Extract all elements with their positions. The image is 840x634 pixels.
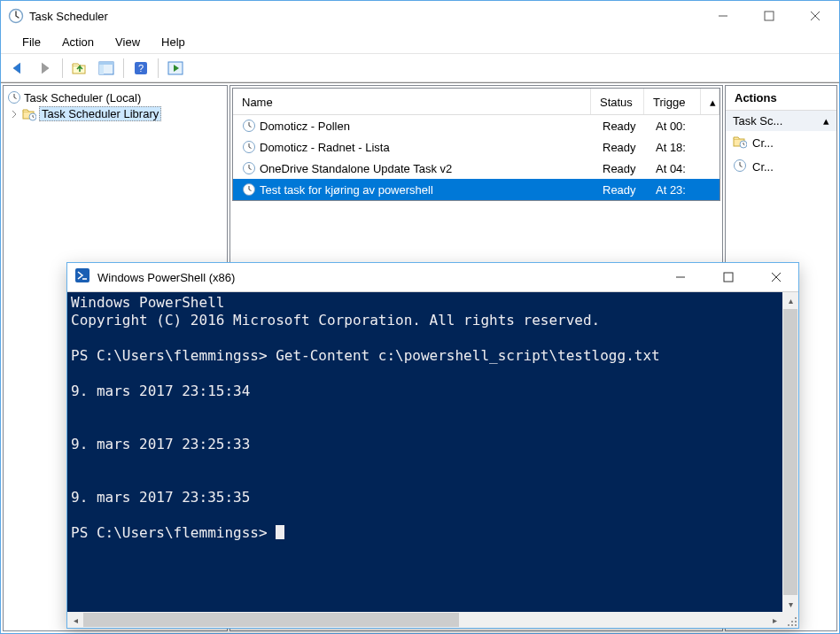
menu-file[interactable]: File xyxy=(13,34,50,50)
toolbar-separator xyxy=(123,58,124,78)
actions-group-header[interactable]: Task Sc... ▴ xyxy=(726,111,836,131)
svg-rect-24 xyxy=(788,624,789,626)
svg-rect-22 xyxy=(791,621,793,622)
task-trigger: At 18: xyxy=(647,139,719,156)
ps-maximize-button[interactable] xyxy=(708,264,749,290)
task-status: Ready xyxy=(594,139,647,156)
clock-icon xyxy=(242,182,256,197)
task-row[interactable]: Test task for kjøring av powershellReady… xyxy=(233,179,719,200)
folder-clock-icon xyxy=(22,107,36,121)
tree-root-label: Task Scheduler (Local) xyxy=(24,91,141,104)
svg-rect-21 xyxy=(795,617,797,619)
resize-grip-icon[interactable] xyxy=(782,612,798,628)
toolbar-separator xyxy=(158,58,159,78)
clock-icon xyxy=(242,119,256,133)
up-level-button[interactable] xyxy=(67,57,92,80)
help-button[interactable]: ? xyxy=(128,57,153,80)
scroll-thumb[interactable] xyxy=(783,309,797,595)
svg-rect-25 xyxy=(791,624,793,626)
action-icon xyxy=(733,158,747,175)
chevron-right-icon[interactable] xyxy=(9,109,19,120)
maximize-button[interactable] xyxy=(749,3,789,29)
action-label: Cr... xyxy=(752,160,774,174)
ps-close-button[interactable] xyxy=(756,264,797,290)
minimize-button[interactable] xyxy=(703,3,743,29)
task-row[interactable]: OneDrive Standalone Update Task v2ReadyA… xyxy=(233,158,719,179)
cursor xyxy=(276,525,284,539)
action-item[interactable]: Cr... xyxy=(726,155,836,179)
svg-rect-5 xyxy=(99,65,104,74)
col-trigger[interactable]: Trigge xyxy=(644,89,701,114)
toolbar-separator xyxy=(62,58,63,78)
collapse-icon[interactable]: ▴ xyxy=(823,114,829,128)
ps-minimize-button[interactable] xyxy=(660,264,701,290)
svg-text:?: ? xyxy=(138,63,144,73)
task-table-header: Name Status Trigge ▴ xyxy=(233,89,719,115)
svg-rect-20 xyxy=(724,273,733,282)
action-label: Cr... xyxy=(752,136,774,150)
powershell-icon xyxy=(74,267,90,287)
show-hide-tree-button[interactable] xyxy=(94,57,119,80)
clock-icon xyxy=(242,140,256,154)
svg-rect-23 xyxy=(795,621,797,622)
hscroll-thumb[interactable] xyxy=(83,613,459,627)
task-trigger: At 00: xyxy=(647,118,719,135)
ps-terminal[interactable]: Windows PowerShell Copyright (C) 2016 Mi… xyxy=(67,292,782,612)
powershell-window: Windows PowerShell (x86) Windows PowerSh… xyxy=(66,262,799,629)
task-name: OneDrive Standalone Update Task v2 xyxy=(260,162,452,175)
ps-horizontal-scrollbar[interactable]: ◂ ▸ xyxy=(67,612,798,628)
svg-rect-4 xyxy=(99,62,113,65)
close-button[interactable] xyxy=(795,3,836,29)
app-icon-clock xyxy=(8,8,24,24)
forward-button[interactable] xyxy=(33,57,58,80)
clock-icon xyxy=(7,90,21,104)
svg-rect-26 xyxy=(795,624,797,626)
action-icon xyxy=(733,135,747,151)
menu-view[interactable]: View xyxy=(106,34,149,50)
titlebar: Task Scheduler xyxy=(1,1,839,31)
scroll-up-icon[interactable]: ▴ xyxy=(782,292,798,308)
svg-rect-1 xyxy=(765,12,774,20)
scroll-right-icon[interactable]: ▸ xyxy=(766,612,782,628)
task-table: Name Status Trigge ▴ Domoticz - PollenRe… xyxy=(232,88,720,201)
task-name: Test task for kjøring av powershell xyxy=(260,183,433,197)
menu-help[interactable]: Help xyxy=(152,34,194,50)
scroll-left-icon[interactable]: ◂ xyxy=(67,612,83,628)
tree-library[interactable]: Task Scheduler Library xyxy=(5,105,225,122)
menu-action[interactable]: Action xyxy=(53,34,103,50)
toolbar: ? xyxy=(1,54,839,82)
ps-titlebar: Windows PowerShell (x86) xyxy=(67,263,798,291)
scroll-down-icon[interactable]: ▾ xyxy=(782,596,798,612)
tree-library-label: Task Scheduler Library xyxy=(39,106,161,121)
task-status: Ready xyxy=(594,182,647,198)
task-status: Ready xyxy=(594,118,647,135)
task-name: Domoticz - Radnet - Lista xyxy=(260,141,390,154)
action-item[interactable]: Cr... xyxy=(726,131,836,155)
window-title: Task Scheduler xyxy=(29,10,697,23)
task-row[interactable]: Domoticz - PollenReadyAt 00: xyxy=(233,115,719,136)
task-row[interactable]: Domoticz - Radnet - ListaReadyAt 18: xyxy=(233,136,719,158)
col-name[interactable]: Name xyxy=(233,89,591,114)
task-trigger: At 04: xyxy=(647,160,719,177)
ps-window-title: Windows PowerShell (x86) xyxy=(97,271,653,284)
hscroll-track[interactable] xyxy=(83,613,766,627)
back-button[interactable] xyxy=(6,57,31,80)
menubar: File Action View Help xyxy=(1,31,839,54)
clock-icon xyxy=(242,161,256,175)
task-rows: Domoticz - PollenReadyAt 00:Domoticz - R… xyxy=(233,115,719,200)
task-trigger: At 23: xyxy=(647,182,719,198)
col-status[interactable]: Status xyxy=(591,89,644,114)
actions-group-label: Task Sc... xyxy=(733,114,782,128)
actions-header: Actions xyxy=(726,86,836,111)
scroll-up-button[interactable]: ▴ xyxy=(701,89,719,114)
task-name: Domoticz - Pollen xyxy=(260,120,350,133)
ps-vertical-scrollbar[interactable]: ▴ ▾ xyxy=(782,292,798,612)
task-status: Ready xyxy=(594,160,647,177)
tree-root[interactable]: Task Scheduler (Local) xyxy=(5,89,225,105)
run-button[interactable] xyxy=(163,57,188,80)
